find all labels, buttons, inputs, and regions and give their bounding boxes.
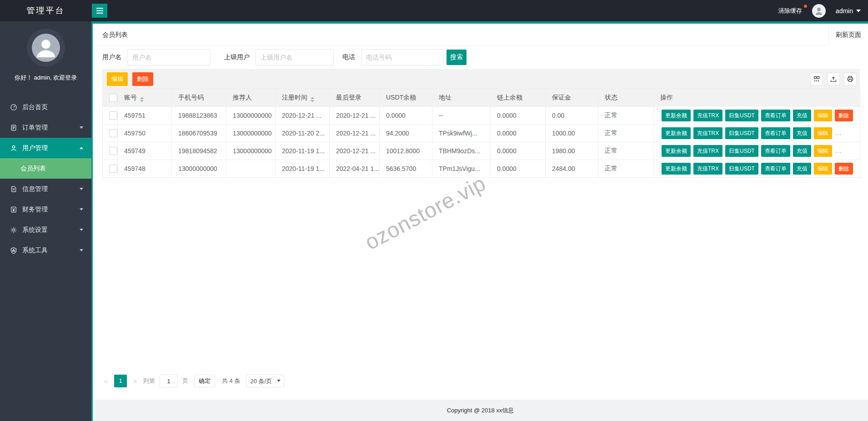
menu-toggle-button[interactable] (92, 4, 107, 18)
sidebar-item-dashboard[interactable]: 后台首页 (0, 97, 91, 117)
update-balance-button[interactable]: 更新余额 (662, 145, 691, 157)
refresh-page-button[interactable]: 刷新页面 (828, 24, 868, 45)
cell-address: TBHM9ozDs... (432, 142, 491, 160)
more-actions[interactable]: ... (835, 147, 842, 154)
cell-usdt: 94.2000 (380, 125, 432, 142)
search-button[interactable]: 搜索 (447, 50, 467, 65)
next-page-button[interactable]: > (131, 377, 139, 385)
confirm-page-button[interactable]: 确定 (194, 375, 215, 387)
parent-user-input[interactable] (256, 49, 334, 65)
prev-page-button[interactable]: < (102, 377, 110, 385)
export-button[interactable] (827, 73, 840, 85)
recharge-button[interactable]: 充值 (793, 127, 811, 139)
collect-usdt-button[interactable]: 归集USDT (725, 163, 758, 175)
cell-chain: 0.0000 (491, 125, 546, 142)
row-checkbox[interactable] (109, 147, 117, 155)
username-label: admin (836, 7, 853, 15)
footer: Copyright @ 2018 xx信息 (93, 400, 868, 421)
col-address: 地址 (432, 89, 491, 107)
sort-icon[interactable] (140, 97, 144, 102)
sort-icon[interactable] (311, 97, 314, 102)
row-checkbox[interactable] (109, 165, 117, 173)
table-row: 459748 13000000000 2020-11-19 1... 2022-… (103, 160, 860, 178)
print-button[interactable] (844, 73, 857, 85)
sidebar-avatar-icon (32, 34, 60, 62)
sidebar-item-tools[interactable]: 系统工具 (0, 240, 91, 261)
cell-reg-time: 2020-11-19 1... (276, 160, 330, 178)
cell-status: 正常 (598, 107, 654, 125)
col-account: 账号 (118, 89, 172, 107)
phone-input[interactable] (361, 49, 444, 65)
update-balance-button[interactable]: 更新余额 (662, 110, 691, 121)
collect-usdt-button[interactable]: 归集USDT (725, 110, 758, 121)
sidebar-item-settings[interactable]: 系统设置 (0, 220, 91, 240)
select-all-checkbox[interactable] (109, 94, 117, 102)
current-page-button[interactable]: 1 (114, 375, 127, 387)
cell-last-login: 2020-12-21 ... (330, 107, 380, 125)
cell-phone: 13000000000 (172, 160, 226, 178)
top-header: 管理平台 清除缓存 admin (0, 0, 868, 21)
edit-row-button[interactable]: 编辑 (814, 110, 832, 121)
collect-usdt-button[interactable]: 归集USDT (725, 127, 758, 139)
sidebar: 你好！ admin, 欢迎登录 后台首页 订单管理 用户管理 会员列表 信 (0, 21, 91, 421)
edit-row-button[interactable]: 编辑 (814, 145, 832, 157)
update-balance-button[interactable]: 更新余额 (662, 163, 691, 175)
sidebar-item-label: 财务管理 (22, 205, 48, 214)
recharge-button[interactable]: 充值 (793, 145, 811, 157)
view-orders-button[interactable]: 查看订单 (761, 110, 790, 121)
sidebar-item-member-list[interactable]: 会员列表 (0, 158, 91, 179)
edit-row-button[interactable]: 编辑 (814, 127, 832, 139)
row-checkbox[interactable] (109, 111, 117, 120)
recharge-trx-button[interactable]: 充值TRX (693, 163, 722, 175)
edit-button[interactable]: 编辑 (107, 72, 128, 86)
edit-row-button[interactable]: 编辑 (814, 163, 832, 175)
cell-usdt: 5636.5700 (380, 160, 432, 178)
table-toolbar: 编辑 删除 (102, 69, 860, 89)
row-checkbox[interactable] (109, 129, 117, 137)
sidebar-item-finance[interactable]: 财务管理 (0, 199, 91, 220)
sidebar-item-users[interactable]: 用户管理 (0, 138, 91, 158)
sidebar-item-info[interactable]: 信息管理 (0, 179, 91, 199)
cell-actions: 更新余额充值TRX归集USDT查看订单充值编辑删除 (654, 107, 860, 125)
update-balance-button[interactable]: 更新余额 (662, 127, 691, 139)
member-table: 账号 手机号码 推荐人 注册时间 最后登录 USDT余额 地址 链上余额 保证金… (102, 89, 860, 178)
sidebar-item-orders[interactable]: 订单管理 (0, 117, 91, 138)
delete-row-button[interactable]: 删除 (835, 163, 853, 175)
col-status: 状态 (598, 89, 654, 107)
user-menu[interactable]: admin (836, 7, 861, 15)
col-chain: 链上余额 (491, 89, 546, 107)
view-orders-button[interactable]: 查看订单 (761, 163, 790, 175)
recharge-trx-button[interactable]: 充值TRX (693, 145, 722, 157)
cell-address: TPm1JsVigu... (432, 160, 491, 178)
cell-actions: 更新余额充值TRX归集USDT查看订单充值编辑... (654, 142, 860, 160)
collect-usdt-button[interactable]: 归集USDT (725, 145, 758, 157)
cell-status: 正常 (598, 125, 654, 142)
cell-reg-time: 2020-11-19 1... (276, 142, 330, 160)
username-input[interactable] (127, 49, 211, 65)
delete-button[interactable]: 删除 (132, 72, 153, 86)
total-count-label: 共 4 条 (222, 377, 240, 385)
view-orders-button[interactable]: 查看订单 (761, 145, 790, 157)
recharge-button[interactable]: 充值 (793, 163, 811, 175)
sidebar-menu: 后台首页 订单管理 用户管理 会员列表 信息管理 财务 (0, 97, 91, 261)
goto-page-input[interactable] (160, 375, 178, 387)
more-actions[interactable]: ... (835, 129, 842, 136)
clear-cache-label: 清除缓存 (778, 7, 802, 14)
print-icon (847, 75, 854, 83)
view-orders-button[interactable]: 查看订单 (761, 127, 790, 139)
sidebar-avatar (27, 29, 65, 67)
columns-filter-button[interactable] (810, 73, 823, 85)
clear-cache-link[interactable]: 清除缓存 (778, 7, 802, 15)
page-size-select[interactable]: 20 条/页 (246, 375, 284, 387)
recharge-trx-button[interactable]: 充值TRX (693, 110, 722, 121)
recharge-button[interactable]: 充值 (793, 110, 811, 121)
shield-tools-icon (10, 247, 17, 254)
users-icon (10, 145, 17, 152)
recharge-trx-button[interactable]: 充值TRX (693, 127, 722, 139)
watermark: ozonstore.vip (361, 170, 490, 255)
page-size-select-wrap: 20 条/页 (246, 375, 284, 387)
sidebar-item-label: 用户管理 (22, 144, 48, 152)
header-avatar[interactable] (812, 4, 826, 18)
delete-row-button[interactable]: 删除 (835, 110, 853, 121)
col-reg-time: 注册时间 (276, 89, 330, 107)
